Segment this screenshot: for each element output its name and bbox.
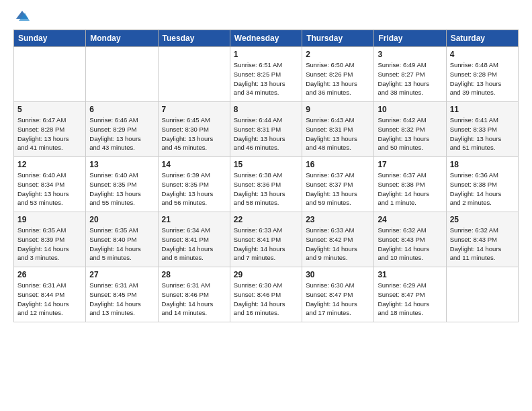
day-number: 27	[89, 270, 154, 279]
week-row-2: 5Sunrise: 6:47 AM Sunset: 8:28 PM Daylig…	[14, 102, 519, 157]
day-info: Sunrise: 6:47 AM Sunset: 8:28 PM Dayligh…	[17, 116, 82, 152]
day-info: Sunrise: 6:34 AM Sunset: 8:41 PM Dayligh…	[162, 226, 226, 263]
day-number: 21	[162, 215, 226, 224]
calendar-page: SundayMondayTuesdayWednesdayThursdayFrid…	[0, 0, 532, 411]
weekday-header-tuesday: Tuesday	[158, 30, 230, 47]
day-cell-13: 13Sunrise: 6:40 AM Sunset: 8:35 PM Dayli…	[86, 157, 158, 212]
day-info: Sunrise: 6:31 AM Sunset: 8:46 PM Dayligh…	[162, 281, 226, 318]
day-number: 31	[378, 270, 442, 279]
day-info: Sunrise: 6:45 AM Sunset: 8:30 PM Dayligh…	[162, 116, 226, 152]
day-cell-23: 23Sunrise: 6:33 AM Sunset: 8:42 PM Dayli…	[302, 212, 374, 267]
empty-cell	[86, 47, 158, 102]
day-info: Sunrise: 6:31 AM Sunset: 8:45 PM Dayligh…	[89, 281, 154, 318]
week-row-4: 19Sunrise: 6:35 AM Sunset: 8:39 PM Dayli…	[14, 212, 519, 267]
day-cell-22: 22Sunrise: 6:33 AM Sunset: 8:41 PM Dayli…	[230, 212, 302, 267]
calendar-body: 1Sunrise: 6:51 AM Sunset: 8:25 PM Daylig…	[14, 47, 519, 322]
day-info: Sunrise: 6:50 AM Sunset: 8:26 PM Dayligh…	[306, 60, 370, 97]
day-cell-9: 9Sunrise: 6:43 AM Sunset: 8:31 PM Daylig…	[302, 102, 374, 157]
day-cell-21: 21Sunrise: 6:34 AM Sunset: 8:41 PM Dayli…	[158, 212, 230, 267]
day-cell-8: 8Sunrise: 6:44 AM Sunset: 8:31 PM Daylig…	[230, 102, 302, 157]
day-cell-17: 17Sunrise: 6:37 AM Sunset: 8:38 PM Dayli…	[374, 157, 446, 212]
day-number: 4	[450, 50, 515, 59]
day-cell-27: 27Sunrise: 6:31 AM Sunset: 8:45 PM Dayli…	[86, 267, 158, 322]
day-cell-20: 20Sunrise: 6:35 AM Sunset: 8:40 PM Dayli…	[86, 212, 158, 267]
day-cell-15: 15Sunrise: 6:38 AM Sunset: 8:36 PM Dayli…	[230, 157, 302, 212]
day-cell-26: 26Sunrise: 6:31 AM Sunset: 8:44 PM Dayli…	[14, 267, 86, 322]
day-info: Sunrise: 6:42 AM Sunset: 8:32 PM Dayligh…	[378, 116, 442, 152]
logo	[13, 11, 30, 23]
day-number: 26	[17, 270, 82, 279]
day-number: 19	[17, 215, 82, 224]
day-info: Sunrise: 6:40 AM Sunset: 8:35 PM Dayligh…	[89, 171, 154, 208]
day-info: Sunrise: 6:37 AM Sunset: 8:37 PM Dayligh…	[306, 171, 370, 208]
day-number: 12	[17, 160, 82, 169]
week-row-5: 26Sunrise: 6:31 AM Sunset: 8:44 PM Dayli…	[14, 267, 519, 322]
day-info: Sunrise: 6:32 AM Sunset: 8:43 PM Dayligh…	[450, 226, 515, 263]
day-cell-29: 29Sunrise: 6:30 AM Sunset: 8:46 PM Dayli…	[230, 267, 302, 322]
day-number: 23	[306, 215, 370, 224]
day-number: 25	[450, 215, 515, 224]
day-cell-5: 5Sunrise: 6:47 AM Sunset: 8:28 PM Daylig…	[14, 102, 86, 157]
day-cell-25: 25Sunrise: 6:32 AM Sunset: 8:43 PM Dayli…	[446, 212, 518, 267]
day-info: Sunrise: 6:44 AM Sunset: 8:31 PM Dayligh…	[234, 116, 298, 152]
day-number: 1	[234, 50, 298, 59]
weekday-header-monday: Monday	[86, 30, 158, 47]
day-cell-24: 24Sunrise: 6:32 AM Sunset: 8:43 PM Dayli…	[374, 212, 446, 267]
day-cell-1: 1Sunrise: 6:51 AM Sunset: 8:25 PM Daylig…	[230, 47, 302, 102]
day-info: Sunrise: 6:33 AM Sunset: 8:41 PM Dayligh…	[234, 226, 298, 263]
day-info: Sunrise: 6:48 AM Sunset: 8:28 PM Dayligh…	[450, 60, 515, 97]
day-cell-3: 3Sunrise: 6:49 AM Sunset: 8:27 PM Daylig…	[374, 47, 446, 102]
day-number: 29	[234, 270, 298, 279]
day-cell-31: 31Sunrise: 6:29 AM Sunset: 8:47 PM Dayli…	[374, 267, 446, 322]
weekday-header-friday: Friday	[374, 30, 446, 47]
day-cell-6: 6Sunrise: 6:46 AM Sunset: 8:29 PM Daylig…	[86, 102, 158, 157]
day-number: 11	[450, 105, 515, 114]
week-row-1: 1Sunrise: 6:51 AM Sunset: 8:25 PM Daylig…	[14, 47, 519, 102]
day-number: 20	[89, 215, 154, 224]
weekday-header-sunday: Sunday	[14, 30, 86, 47]
weekday-header-saturday: Saturday	[446, 30, 518, 47]
day-info: Sunrise: 6:51 AM Sunset: 8:25 PM Dayligh…	[234, 60, 298, 97]
day-number: 8	[234, 105, 298, 114]
day-cell-18: 18Sunrise: 6:36 AM Sunset: 8:38 PM Dayli…	[446, 157, 518, 212]
day-number: 30	[306, 270, 370, 279]
day-cell-4: 4Sunrise: 6:48 AM Sunset: 8:28 PM Daylig…	[446, 47, 518, 102]
day-number: 5	[17, 105, 82, 114]
day-info: Sunrise: 6:29 AM Sunset: 8:47 PM Dayligh…	[378, 281, 442, 318]
day-info: Sunrise: 6:35 AM Sunset: 8:39 PM Dayligh…	[17, 226, 82, 263]
day-number: 9	[306, 105, 370, 114]
day-info: Sunrise: 6:32 AM Sunset: 8:43 PM Dayligh…	[378, 226, 442, 263]
empty-cell	[158, 47, 230, 102]
day-number: 7	[162, 105, 226, 114]
day-info: Sunrise: 6:49 AM Sunset: 8:27 PM Dayligh…	[378, 60, 442, 97]
header	[13, 11, 519, 23]
day-number: 2	[306, 50, 370, 59]
day-cell-11: 11Sunrise: 6:41 AM Sunset: 8:33 PM Dayli…	[446, 102, 518, 157]
logo-icon	[15, 8, 30, 23]
day-cell-14: 14Sunrise: 6:39 AM Sunset: 8:35 PM Dayli…	[158, 157, 230, 212]
week-row-3: 12Sunrise: 6:40 AM Sunset: 8:34 PM Dayli…	[14, 157, 519, 212]
day-info: Sunrise: 6:30 AM Sunset: 8:46 PM Dayligh…	[234, 281, 298, 318]
weekday-header-thursday: Thursday	[302, 30, 374, 47]
day-number: 16	[306, 160, 370, 169]
weekday-header-wednesday: Wednesday	[230, 30, 302, 47]
day-cell-28: 28Sunrise: 6:31 AM Sunset: 8:46 PM Dayli…	[158, 267, 230, 322]
day-number: 14	[162, 160, 226, 169]
calendar-table: SundayMondayTuesdayWednesdayThursdayFrid…	[13, 30, 519, 322]
day-info: Sunrise: 6:30 AM Sunset: 8:47 PM Dayligh…	[306, 281, 370, 318]
day-cell-7: 7Sunrise: 6:45 AM Sunset: 8:30 PM Daylig…	[158, 102, 230, 157]
day-info: Sunrise: 6:35 AM Sunset: 8:40 PM Dayligh…	[89, 226, 154, 263]
day-info: Sunrise: 6:38 AM Sunset: 8:36 PM Dayligh…	[234, 171, 298, 208]
day-info: Sunrise: 6:37 AM Sunset: 8:38 PM Dayligh…	[378, 171, 442, 208]
day-info: Sunrise: 6:43 AM Sunset: 8:31 PM Dayligh…	[306, 116, 370, 152]
day-info: Sunrise: 6:36 AM Sunset: 8:38 PM Dayligh…	[450, 171, 515, 208]
empty-cell	[14, 47, 86, 102]
day-number: 22	[234, 215, 298, 224]
day-info: Sunrise: 6:46 AM Sunset: 8:29 PM Dayligh…	[89, 116, 154, 152]
day-number: 24	[378, 215, 442, 224]
day-cell-10: 10Sunrise: 6:42 AM Sunset: 8:32 PM Dayli…	[374, 102, 446, 157]
day-number: 28	[162, 270, 226, 279]
day-number: 3	[378, 50, 442, 59]
empty-cell	[446, 267, 518, 322]
day-number: 13	[89, 160, 154, 169]
